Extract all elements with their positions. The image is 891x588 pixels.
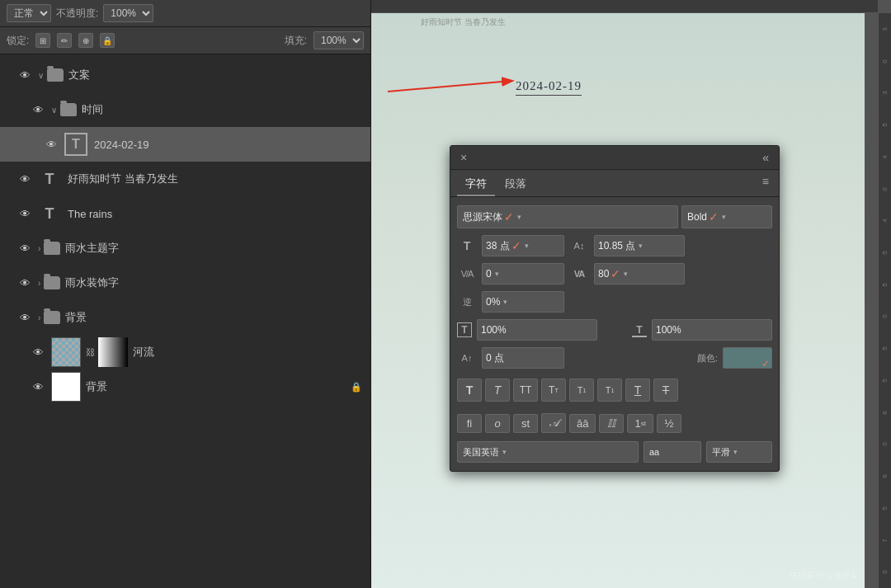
thumbnail-heliu <box>51 337 81 367</box>
blend-mode-select[interactable]: 正常 <box>7 4 51 22</box>
language-select[interactable]: 美国英语 ▾ <box>457 441 639 463</box>
folder-icon-wen-an <box>47 68 64 82</box>
eye-icon-poem[interactable]: 👁 <box>16 171 33 187</box>
style-allcaps-btn[interactable]: TT <box>513 379 538 402</box>
style-smallcaps-btn[interactable]: TT <box>541 379 566 402</box>
layer-poem-text[interactable]: 👁 T 好雨知时节 当春乃发生 <box>0 162 370 196</box>
font-check: ✓ <box>504 210 514 223</box>
style-super-btn[interactable]: T1 <box>569 379 594 402</box>
ruler-top <box>371 0 878 13</box>
lig-ii-btn[interactable]: 𝕀𝕀 <box>599 414 624 433</box>
font-name-field[interactable]: 思源宋体 ✓ ▾ <box>457 205 678 228</box>
lock-icon-bgwhite: 🔒 <box>351 382 362 393</box>
layer-wen-an[interactable]: 👁 ∨ 文案 <box>0 58 370 92</box>
lang-arrow: ▾ <box>502 448 507 456</box>
layer-he-liu[interactable]: 👁 ⛓ 河流 <box>0 335 370 369</box>
ruler-num-5d: 5 <box>879 492 891 524</box>
tab-zifu[interactable]: 字符 <box>457 173 495 196</box>
lig-1st-btn[interactable]: 1st <box>627 414 653 433</box>
scale-field[interactable]: 0% ▾ <box>482 291 564 313</box>
folder-icon-beijing <box>44 311 60 324</box>
text-layer-icon-date: T <box>64 133 87 156</box>
layer-date-text[interactable]: 👁 T 2024-02-19 <box>0 127 370 162</box>
kerning-icon: VA <box>569 264 589 284</box>
lock-pixel-icon[interactable]: ✏ <box>57 33 72 48</box>
language-value: 美国英语 <box>463 446 499 459</box>
eye-icon-bgwhite[interactable]: 👁 <box>30 379 46 395</box>
size-arrow: ▾ <box>525 242 529 250</box>
style-strikethrough-btn[interactable]: T <box>653 379 678 402</box>
layer-shi-jian[interactable]: 👁 ∨ 时间 <box>0 92 370 127</box>
lock-fill-row: 锁定: ⊞ ✏ ⊕ 🔒 填充: 100% <box>0 27 370 54</box>
text-layer-icon-poem: T <box>38 167 61 191</box>
color-swatch[interactable] <box>723 347 772 369</box>
tracking-field[interactable]: 0 ▾ <box>482 263 564 285</box>
font-style-value: Bold <box>687 211 707 223</box>
layer-name-poem: 好雨知时节 当春乃发生 <box>68 172 365 186</box>
lig-aa-btn[interactable]: āā <box>569 414 596 433</box>
layer-name-zhuangshi: 雨水装饰字 <box>65 275 365 290</box>
lig-fi-btn[interactable]: fi <box>457 414 482 433</box>
font-row: 思源宋体 ✓ ▾ Bold ✓ ▾ <box>457 205 772 228</box>
kerning-field[interactable]: 80 ✓ ▾ <box>594 263 685 285</box>
eye-icon-beijing[interactable]: 👁 <box>16 309 33 326</box>
ruler-num-0d: 0 <box>879 428 891 460</box>
layer-zhu-ti[interactable]: 👁 › 雨水主题字 <box>0 231 370 266</box>
lig-script-btn[interactable]: 𝒜 <box>541 413 566 433</box>
layer-name-rains: The rains <box>68 208 365 220</box>
horiz-scale-field[interactable]: 100% <box>652 319 772 341</box>
lig-o-btn[interactable]: o <box>485 414 510 433</box>
layer-rains-text[interactable]: 👁 T The rains <box>0 196 370 231</box>
style-sub-btn[interactable]: T1 <box>597 379 622 402</box>
tab-danluo[interactable]: 段落 <box>497 173 535 196</box>
ruler-num-5b: 5 <box>879 237 891 269</box>
leading-field[interactable]: 10.85 点 ▾ <box>594 235 685 256</box>
eye-icon-date[interactable]: 👁 <box>43 136 59 153</box>
eye-icon-rains[interactable]: 👁 <box>16 205 33 222</box>
layer-name-heliu: 河流 <box>133 345 365 360</box>
blend-opacity-row: 正常 不透明度: 100% <box>0 0 370 27</box>
lig-half-btn[interactable]: ½ <box>657 414 681 433</box>
tracking-kerning-row: V/A 0 ▾ VA 80 ✓ ▾ <box>457 263 772 285</box>
style-underline-btn[interactable]: T <box>625 379 650 402</box>
vert-scale-field[interactable]: 100% <box>477 319 597 341</box>
style-italic-btn[interactable]: T <box>485 379 510 402</box>
layer-name-beijing: 背景 <box>65 310 365 325</box>
ruler-num-70: 7 <box>879 524 891 557</box>
eye-icon-shi-jian[interactable]: 👁 <box>30 101 46 118</box>
canvas-date-display: 2024-02-19 <box>516 79 582 96</box>
eye-icon-zhuangshi[interactable]: 👁 <box>16 275 33 291</box>
eye-icon-wen-an[interactable]: 👁 <box>16 67 33 83</box>
font-size-field[interactable]: 38 点 ✓ ▾ <box>482 235 564 256</box>
kerning-arrow: ▾ <box>624 270 628 278</box>
aa-field[interactable]: aa <box>644 441 701 463</box>
lock-all-icon[interactable]: 🔒 <box>100 33 115 48</box>
smooth-select[interactable]: 平滑 ▾ <box>706 441 772 463</box>
chevron-shi-jian: ∨ <box>51 106 57 115</box>
char-panel-close[interactable]: × <box>457 149 470 166</box>
chain-icon: ⛓ <box>86 347 95 357</box>
text-style-row: T T TT TT T1 T1 T T <box>457 375 772 405</box>
font-style-field[interactable]: Bold ✓ ▾ <box>681 205 772 228</box>
char-panel-tabs: 字符 段落 ≡ <box>450 170 779 197</box>
layer-bei-jing[interactable]: 👁 › 背景 <box>0 300 370 335</box>
font-style-arrow: ▾ <box>722 213 726 221</box>
opacity-select[interactable]: 100% <box>103 4 153 22</box>
layer-zhuang-shi[interactable]: 👁 › 雨水装饰字 <box>0 266 370 300</box>
char-panel-collapse[interactable]: « <box>759 149 772 166</box>
char-panel-menu[interactable]: ≡ <box>759 173 772 196</box>
ruler-num-30: 3 <box>879 13 891 45</box>
font-name-arrow: ▾ <box>517 213 521 221</box>
lock-artboard-icon[interactable]: ⊕ <box>78 33 93 48</box>
lig-st-btn[interactable]: st <box>513 414 538 433</box>
horiz-scale-icon: T <box>632 322 647 337</box>
fill-select[interactable]: 100% <box>314 31 364 49</box>
style-bold-btn[interactable]: T <box>457 379 482 402</box>
eye-icon-heliu[interactable]: 👁 <box>30 344 46 360</box>
lock-position-icon[interactable]: ⊞ <box>35 33 50 48</box>
baseline-field[interactable]: 0 点 <box>482 347 564 369</box>
eye-icon-zhuti[interactable]: 👁 <box>16 240 33 256</box>
lang-row: 美国英语 ▾ aa 平滑 ▾ <box>457 441 772 463</box>
layer-bg-white[interactable]: 👁 背景 🔒 <box>0 369 370 404</box>
ruler-num-65: 6 <box>879 460 891 492</box>
